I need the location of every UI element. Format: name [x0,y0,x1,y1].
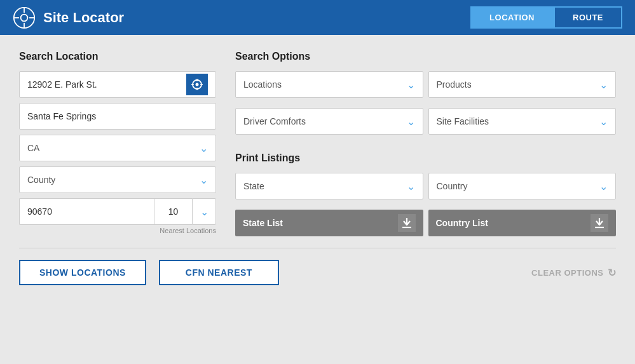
svg-point-1 [21,14,28,21]
country-list-download-icon [591,214,608,232]
county-chevron-icon: ⌄ [200,174,208,186]
locations-select[interactable]: Locations ⌄ [235,71,423,98]
locations-label: Locations [243,79,282,90]
print-listings-grid: State ⌄ Country ⌄ State List [235,173,616,236]
locations-chevron-icon: ⌄ [407,79,415,91]
site-facilities-chevron-icon: ⌄ [599,116,608,128]
zip-nearest-row: ⌄ [19,198,216,225]
search-options-title: Search Options [235,51,616,62]
header-nav-buttons: LOCATION ROUTE [470,6,622,29]
city-field-wrapper [19,103,216,130]
address-field-wrapper [19,71,216,98]
print-listings-title: Print Listings [235,152,616,164]
route-button[interactable]: ROUTE [554,6,622,29]
state-value: CA [27,143,39,153]
app-title: Site Locator [43,10,124,26]
state-chevron-icon: ⌄ [200,142,208,154]
country-list-label: Country List [436,218,488,228]
logo-group: Site Locator [13,6,124,29]
divider [19,248,616,248]
options-grid: Locations ⌄ Products ⌄ Driver Comforts ⌄… [235,71,616,140]
products-chevron-icon: ⌄ [599,79,608,91]
site-facilities-label: Site Facilities [437,116,489,126]
state-print-label: State [243,181,264,191]
products-label: Products [437,79,472,90]
nearest-chevron-icon[interactable]: ⌄ [192,198,216,225]
geolocate-button[interactable] [186,74,208,95]
zip-input[interactable] [19,198,154,225]
state-list-download-icon [398,214,416,232]
nearest-locations-label: Nearest Locations [19,227,216,234]
country-list-button[interactable]: Country List [428,210,617,236]
state-list-button[interactable]: State List [235,210,423,236]
county-select[interactable]: County ⌄ [19,166,216,193]
state-list-label: State List [243,218,283,228]
site-locator-icon [13,6,36,29]
state-print-select[interactable]: State ⌄ [235,173,423,199]
bottom-actions-row: SHOW LOCATIONS CFN NEAREST CLEAR OPTIONS… [19,260,616,285]
search-options-panel: Search Options Locations ⌄ Products ⌄ Dr… [235,51,616,236]
svg-point-7 [196,83,199,86]
country-print-chevron-icon: ⌄ [599,180,608,192]
state-print-chevron-icon: ⌄ [407,180,415,192]
target-icon [191,78,203,91]
country-print-label: Country [437,181,468,191]
print-listings-section: Print Listings State ⌄ Country ⌄ State L… [235,152,616,236]
search-location-panel: Search Location [19,51,216,236]
two-column-layout: Search Location [19,51,616,236]
clear-options-label: CLEAR OPTIONS [531,268,603,278]
driver-comforts-select[interactable]: Driver Comforts ⌄ [235,108,423,135]
driver-comforts-label: Driver Comforts [243,116,306,126]
zip-nearest-container: ⌄ Nearest Locations [19,198,216,234]
site-facilities-select[interactable]: Site Facilities ⌄ [428,108,617,135]
country-print-select[interactable]: Country ⌄ [428,173,617,199]
driver-comforts-chevron-icon: ⌄ [407,116,415,128]
search-location-title: Search Location [19,51,216,62]
clear-options-button[interactable]: CLEAR OPTIONS ↻ [531,267,616,279]
main-content: Search Location [0,35,635,298]
nearest-number-input[interactable] [154,198,192,225]
products-select[interactable]: Products ⌄ [428,71,617,98]
state-select[interactable]: CA ⌄ [19,135,216,161]
show-locations-button[interactable]: SHOW LOCATIONS [19,260,146,285]
county-placeholder: County [27,175,55,185]
city-input[interactable] [27,111,208,121]
header: Site Locator LOCATION ROUTE [0,0,635,35]
location-button[interactable]: LOCATION [470,6,554,29]
refresh-icon: ↻ [608,267,617,279]
address-input[interactable] [27,79,181,90]
cfn-nearest-button[interactable]: CFN NEAREST [159,260,279,285]
